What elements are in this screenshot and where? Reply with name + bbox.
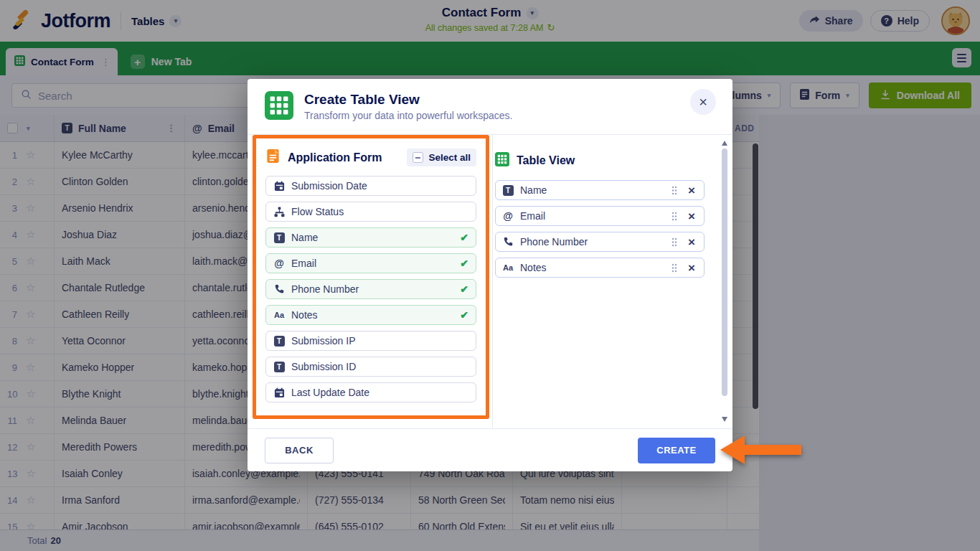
field-item[interactable]: TSubmission IP [265, 331, 476, 351]
table-view-icon [265, 91, 293, 123]
remove-icon[interactable]: × [686, 210, 697, 222]
remove-icon[interactable]: × [686, 262, 697, 274]
source-field-list: Submission DateFlow StatusTName✔@Email✔P… [265, 176, 476, 402]
flow-icon [273, 207, 285, 217]
view-item[interactable]: Phone Number× [495, 232, 705, 252]
modal-title: Create Table View [304, 92, 513, 108]
phone-icon [502, 237, 514, 247]
modal-scrollbar-thumb[interactable] [722, 149, 727, 396]
text-icon: T [273, 336, 285, 347]
application-form-icon [265, 149, 281, 166]
text-icon: T [273, 362, 285, 372]
field-item[interactable]: @Email✔ [265, 253, 476, 273]
table-view-panel: Table View TName×@Email×Phone Number×AaN… [495, 152, 705, 283]
drag-handle-icon[interactable] [669, 262, 679, 274]
field-item[interactable]: Phone Number✔ [265, 279, 476, 299]
source-panel-title: Application Form [288, 151, 400, 164]
drag-handle-icon[interactable] [669, 236, 679, 248]
field-item[interactable]: TName✔ [265, 227, 476, 248]
calendar-icon [273, 181, 285, 192]
indeterminate-checkbox-icon [413, 152, 423, 163]
aa-icon: Aa [273, 311, 285, 319]
create-table-view-modal: Create Table View Transform your data in… [248, 79, 732, 471]
modal-footer: BACK CREATE [248, 428, 732, 471]
scroll-down-icon[interactable] [722, 417, 727, 422]
select-all-toggle[interactable]: Select all [407, 149, 476, 166]
text-icon: T [502, 185, 514, 196]
phone-icon [273, 284, 285, 294]
view-item[interactable]: AaNotes× [495, 258, 705, 278]
at-icon: @ [502, 210, 514, 222]
aa-icon: Aa [502, 263, 514, 272]
create-button[interactable]: CREATE [638, 438, 715, 463]
check-icon: ✔ [460, 309, 468, 321]
field-item[interactable]: TSubmission ID [265, 357, 476, 377]
jotform-tables-app: Jotform Tables ▾ Contact Form ▾ All chan… [0, 0, 980, 551]
view-panel-title: Table View [517, 154, 575, 167]
modal-header: Create Table View Transform your data in… [248, 79, 732, 135]
check-icon: ✔ [460, 232, 468, 243]
scroll-up-icon[interactable] [722, 141, 727, 146]
field-item[interactable]: AaNotes✔ [265, 305, 476, 325]
source-fields-panel: Application Form Select all Submission D… [253, 135, 489, 419]
at-icon: @ [273, 258, 285, 269]
drag-handle-icon[interactable] [669, 210, 679, 222]
modal-body: Application Form Select all Submission D… [248, 135, 732, 428]
divider [492, 135, 493, 428]
drag-handle-icon[interactable] [669, 184, 679, 197]
modal-scrollbar[interactable] [722, 141, 728, 422]
field-item[interactable]: Flow Status [265, 202, 476, 222]
field-item[interactable]: Submission Date [265, 176, 476, 196]
remove-icon[interactable]: × [686, 236, 697, 248]
check-icon: ✔ [460, 283, 468, 295]
close-icon[interactable]: × [690, 89, 716, 115]
view-item[interactable]: @Email× [495, 206, 705, 226]
view-item[interactable]: TName× [495, 180, 705, 200]
modal-subtitle: Transform your data into powerful worksp… [304, 110, 513, 121]
text-icon: T [273, 232, 285, 243]
back-button[interactable]: BACK [265, 438, 334, 463]
remove-icon[interactable]: × [686, 184, 697, 197]
view-item-list: TName×@Email×Phone Number×AaNotes× [495, 180, 705, 278]
check-icon: ✔ [460, 258, 468, 269]
field-item[interactable]: Last Update Date [265, 382, 476, 402]
calendar-icon [273, 387, 285, 398]
table-grid-icon [495, 152, 509, 169]
